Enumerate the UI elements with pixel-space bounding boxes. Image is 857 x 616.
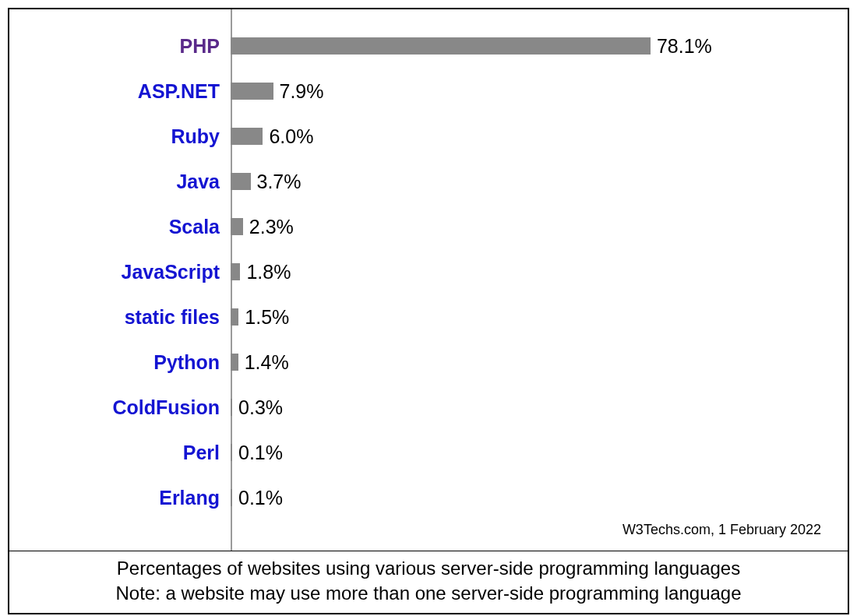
bar-row: ColdFusion 0.3%	[25, 385, 832, 430]
bar-row: JavaScript 1.8%	[25, 249, 832, 294]
bar-row: Perl 0.1%	[25, 430, 832, 475]
value-label: 3.7%	[251, 171, 302, 193]
source-attribution: W3Techs.com, 1 February 2022	[25, 520, 832, 543]
bar-cell: 0.1%	[231, 430, 832, 475]
value-label: 1.4%	[238, 351, 289, 374]
value-label: 2.3%	[243, 216, 294, 238]
bar	[231, 83, 273, 100]
value-label: 0.1%	[232, 442, 283, 464]
caption-line: Note: a website may use more than one se…	[17, 581, 840, 606]
caption-line: Percentages of websites using various se…	[17, 556, 840, 581]
category-label[interactable]: PHP	[25, 35, 231, 58]
bar-cell: 3.7%	[231, 159, 832, 204]
bar-cell: 1.4%	[231, 340, 832, 385]
bar-row: Ruby 6.0%	[25, 114, 832, 159]
bar-row: Java 3.7%	[25, 159, 832, 204]
bar-cell: 2.3%	[231, 204, 832, 249]
category-label[interactable]: JavaScript	[25, 261, 231, 283]
chart-plot-area: PHP 78.1% ASP.NET 7.9% Ruby 6.0%	[9, 9, 848, 551]
category-label[interactable]: Perl	[25, 442, 231, 464]
category-label[interactable]: Erlang	[25, 487, 231, 509]
chart-box: PHP 78.1% ASP.NET 7.9% Ruby 6.0%	[8, 8, 849, 614]
value-label: 0.3%	[232, 396, 283, 419]
bar-row: static files 1.5%	[25, 294, 832, 340]
bar-cell: 7.9%	[231, 69, 832, 114]
value-label: 0.1%	[232, 487, 283, 509]
value-label: 78.1%	[651, 35, 712, 58]
value-label: 1.5%	[238, 306, 289, 329]
bar-row: Scala 2.3%	[25, 204, 832, 249]
category-label[interactable]: Java	[25, 171, 231, 193]
category-label[interactable]: Python	[25, 351, 231, 374]
bar-cell: 1.8%	[231, 249, 832, 294]
bar	[231, 173, 251, 190]
bar-row: ASP.NET 7.9%	[25, 69, 832, 114]
bar	[231, 354, 238, 371]
category-label[interactable]: Scala	[25, 216, 231, 238]
category-label[interactable]: static files	[25, 306, 231, 329]
bar-row: Erlang 0.1%	[25, 475, 832, 520]
bar	[231, 128, 263, 145]
category-label[interactable]: Ruby	[25, 125, 231, 148]
bar-cell: 6.0%	[231, 114, 832, 159]
bar	[231, 218, 243, 235]
chart-caption: Percentages of websites using various se…	[9, 551, 848, 613]
bar-cell: 78.1%	[231, 23, 832, 69]
chart-container: PHP 78.1% ASP.NET 7.9% Ruby 6.0%	[0, 0, 857, 616]
bar-cell: 0.3%	[231, 385, 832, 430]
category-label[interactable]: ASP.NET	[25, 80, 231, 103]
value-label: 1.8%	[240, 261, 291, 283]
bar	[231, 308, 238, 326]
bar	[231, 263, 240, 280]
bar-cell: 1.5%	[231, 294, 832, 340]
bar-cell: 0.1%	[231, 475, 832, 520]
bar-row: PHP 78.1%	[25, 23, 832, 69]
bar	[231, 37, 651, 55]
value-label: 6.0%	[263, 125, 313, 148]
value-label: 7.9%	[273, 80, 324, 103]
category-label[interactable]: ColdFusion	[25, 396, 231, 419]
bar-row: Python 1.4%	[25, 340, 832, 385]
